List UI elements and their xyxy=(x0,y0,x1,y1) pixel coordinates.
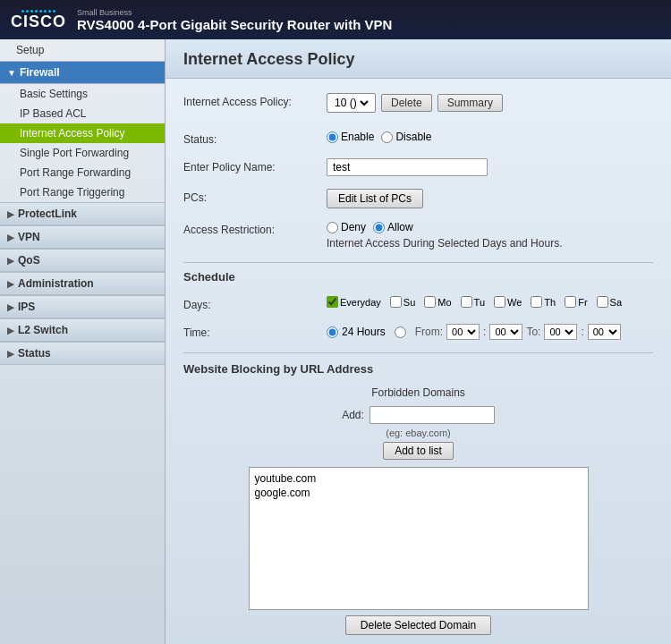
policy-select-wrapper[interactable]: 10 () xyxy=(327,93,376,113)
tu-text: Tu xyxy=(474,297,485,308)
sidebar-firewall-label: Firewall xyxy=(20,66,60,79)
days-control: Everyday Su Mo Tu xyxy=(327,296,653,308)
su-label[interactable]: Su xyxy=(390,296,415,308)
su-text: Su xyxy=(403,297,415,308)
summary-button[interactable]: Summary xyxy=(437,94,503,112)
forbidden-domains-section: Forbidden Domains Add: (eg: ebay.com) Ad… xyxy=(183,386,653,460)
fr-label[interactable]: Fr xyxy=(565,296,587,308)
domain-list[interactable]: youtube.comgoogle.com xyxy=(249,467,589,610)
divider-1 xyxy=(183,262,653,263)
sidebar-section-vpn[interactable]: ▶ VPN xyxy=(0,225,165,249)
sidebar-item-basic-settings[interactable]: Basic Settings xyxy=(0,84,165,104)
to-hour-select[interactable]: 00 xyxy=(544,324,577,340)
l2switch-arrow-icon: ▶ xyxy=(7,326,14,335)
ip-based-acl-label: IP Based ACL xyxy=(20,107,87,120)
domain-list-item[interactable]: youtube.com xyxy=(253,471,584,486)
fr-checkbox[interactable] xyxy=(565,296,576,308)
url-blocking-title: Website Blocking by URL Address xyxy=(183,362,653,376)
delete-selected-domain-button[interactable]: Delete Selected Domain xyxy=(345,615,491,635)
small-business-label: Small Business xyxy=(77,8,392,17)
ips-arrow-icon: ▶ xyxy=(7,302,14,312)
sidebar-section-status[interactable]: ▶ Status xyxy=(0,342,165,365)
sidebar-section-qos[interactable]: ▶ QoS xyxy=(0,249,165,272)
internet-access-policy-form-label: Internet Access Policy: xyxy=(183,93,327,108)
th-label[interactable]: Th xyxy=(531,296,556,308)
allow-label[interactable]: Allow xyxy=(373,221,413,233)
fr-text: Fr xyxy=(578,297,587,308)
pcs-row: PCs: Edit List of PCs xyxy=(183,189,653,208)
pcs-form-label: PCs: xyxy=(183,189,327,204)
delete-button[interactable]: Delete xyxy=(381,94,432,112)
sidebar-protectlink-label: ProtectLink xyxy=(18,208,77,220)
internet-access-policy-row: Internet Access Policy: 10 () Delete Sum… xyxy=(183,93,653,118)
everyday-label[interactable]: Everyday xyxy=(327,296,381,308)
sidebar-section-ips[interactable]: ▶ IPS xyxy=(0,295,165,318)
cisco-logo: CISCO xyxy=(11,10,66,30)
enable-text: Enable xyxy=(341,131,374,143)
allow-radio[interactable] xyxy=(373,222,385,233)
edit-pcs-button[interactable]: Edit List of PCs xyxy=(327,189,423,208)
sidebar-item-single-port-forwarding[interactable]: Single Port Forwarding xyxy=(0,143,165,163)
divider-2 xyxy=(183,352,653,353)
firewall-arrow-icon: ▼ xyxy=(7,68,16,78)
access-restriction-form-label: Access Restriction: xyxy=(183,221,327,236)
sa-checkbox[interactable] xyxy=(597,296,608,308)
to-min-select[interactable]: 00 xyxy=(588,324,621,340)
24hours-option[interactable]: 24 Hours xyxy=(327,326,386,338)
sidebar-section-administration[interactable]: ▶ Administration xyxy=(0,272,165,295)
th-checkbox[interactable] xyxy=(531,296,542,308)
from-min-select[interactable]: 00 xyxy=(489,324,522,340)
policy-dropdown[interactable]: 10 () xyxy=(331,96,371,110)
header-brand: Small Business RVS4000 4-Port Gigabit Se… xyxy=(77,8,392,32)
24hours-radio[interactable] xyxy=(327,326,338,338)
port-range-forwarding-label: Port Range Forwarding xyxy=(20,166,131,179)
sidebar-ips-label: IPS xyxy=(18,301,35,313)
domain-list-item[interactable]: google.com xyxy=(253,486,584,500)
tu-checkbox[interactable] xyxy=(461,296,472,308)
sidebar-item-ip-based-acl[interactable]: IP Based ACL xyxy=(0,104,165,123)
sidebar-item-setup[interactable]: Setup xyxy=(0,39,165,61)
disable-radio[interactable] xyxy=(381,131,393,143)
forbidden-domains-label: Forbidden Domains xyxy=(371,386,465,399)
we-checkbox[interactable] xyxy=(494,296,505,308)
from-option[interactable] xyxy=(395,326,406,338)
add-to-list-button[interactable]: Add to list xyxy=(383,442,454,460)
th-text: Th xyxy=(544,297,556,308)
sidebar-section-protectlink[interactable]: ▶ ProtectLink xyxy=(0,202,165,225)
sidebar-setup-label: Setup xyxy=(16,44,44,56)
su-checkbox[interactable] xyxy=(390,296,402,308)
policy-name-input[interactable]: test xyxy=(327,158,488,176)
mo-label[interactable]: Mo xyxy=(424,296,451,308)
we-label[interactable]: We xyxy=(494,296,522,308)
access-restriction-control: Deny Allow Internet Access During Select… xyxy=(327,221,653,250)
from-radio[interactable] xyxy=(395,326,406,338)
tu-label[interactable]: Tu xyxy=(461,296,485,308)
internet-access-policy-label: Internet Access Policy xyxy=(20,127,124,140)
device-name: RVS4000 4-Port Gigabit Security Router w… xyxy=(77,17,392,32)
disable-label[interactable]: Disable xyxy=(381,131,431,143)
deny-label[interactable]: Deny xyxy=(327,221,366,233)
access-restriction-row: Access Restriction: Deny Allow Internet … xyxy=(183,221,653,250)
sidebar-item-internet-access-policy[interactable]: Internet Access Policy xyxy=(0,123,165,143)
internet-access-policy-control: 10 () Delete Summary xyxy=(327,93,653,118)
sidebar-section-firewall[interactable]: ▼ Firewall xyxy=(0,61,165,84)
page-title: Internet Access Policy xyxy=(166,39,671,79)
add-domain-input[interactable] xyxy=(369,406,495,424)
sidebar-administration-label: Administration xyxy=(18,277,94,290)
schedule-header: Schedule xyxy=(183,270,653,287)
enable-radio[interactable] xyxy=(327,131,338,143)
24hours-text: 24 Hours xyxy=(342,326,386,338)
deny-radio[interactable] xyxy=(327,222,338,233)
from-text: From: xyxy=(415,326,443,338)
everyday-checkbox[interactable] xyxy=(327,296,338,308)
sidebar-section-l2-switch[interactable]: ▶ L2 Switch xyxy=(0,318,165,342)
qos-arrow-icon: ▶ xyxy=(7,256,14,266)
from-hour-select[interactable]: 00 xyxy=(446,324,480,340)
sidebar-item-port-range-forwarding[interactable]: Port Range Forwarding xyxy=(0,163,165,182)
vpn-arrow-icon: ▶ xyxy=(7,233,14,242)
sidebar-item-port-range-triggering[interactable]: Port Range Triggering xyxy=(0,182,165,202)
enable-label[interactable]: Enable xyxy=(327,131,374,143)
sa-label[interactable]: Sa xyxy=(597,296,622,308)
time-control: 24 Hours From: 00 : 00 To: 00 : xyxy=(327,324,653,340)
mo-checkbox[interactable] xyxy=(424,296,436,308)
